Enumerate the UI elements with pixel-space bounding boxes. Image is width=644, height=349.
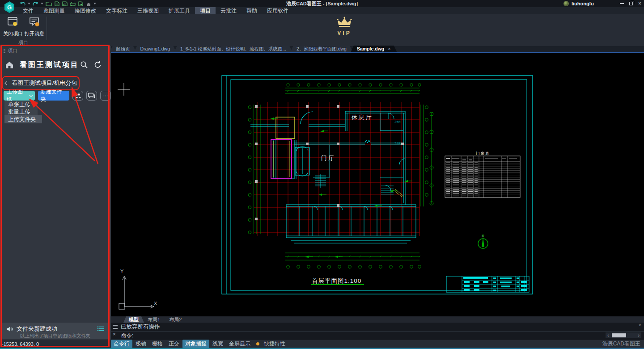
sidebar-toolbar: 上传图纸 新建文件夹 ··· — [4, 91, 111, 101]
document-area: 起始页 Drawing1.dwg 1_6-1-1 松溪站封面、设计说明、流程图、… — [111, 46, 644, 340]
menu-cloud-annotation[interactable]: 云批注 — [216, 7, 242, 14]
command-hscrollbar[interactable]: ‹ › — [606, 332, 641, 338]
toggle-ortho[interactable]: 正交 — [166, 340, 182, 348]
menu-item-batch-upload[interactable]: 批量上传 — [4, 108, 38, 115]
main-area: 项目 看图王测试项目 看图王测试项目/机电分包 上传图纸 新建文件夹 — [0, 46, 644, 340]
menu-project[interactable]: 项目 — [195, 7, 216, 14]
menu-bar: 文件 览图测量 绘图修改 文字标注 三维视图 扩展工具 项目 云批注 帮助 应用… — [0, 7, 644, 14]
toast-notification: 文件夹新建成功 以上列出了项目中的图纸和文件夹 — [2, 323, 109, 339]
list-icon[interactable] — [97, 325, 104, 333]
ribbon-group-label: 项目 — [0, 39, 47, 46]
ucs-y-label: Y — [120, 269, 124, 274]
window-controls: × — [620, 0, 641, 7]
scroll-left-icon[interactable]: ‹ — [606, 332, 611, 338]
menu-file[interactable]: 文件 — [18, 7, 38, 14]
command-menu-icon[interactable] — [113, 325, 119, 329]
close-project-label: 关闭项目 — [3, 30, 23, 37]
scrollbar-thumb[interactable] — [612, 333, 626, 337]
breadcrumb[interactable]: 看图王测试项目/机电分包 — [5, 79, 77, 87]
back-icon[interactable] — [5, 81, 9, 85]
close-icon[interactable]: × — [638, 1, 641, 6]
command-prompt[interactable]: 命令: — [121, 332, 133, 340]
brand-label: 浩辰CAD看图王 — [602, 340, 644, 348]
tab-model[interactable]: 模型 — [123, 316, 144, 323]
tab-close-icon[interactable]: × — [388, 46, 390, 52]
breadcrumb-text: 看图王测试项目/机电分包 — [12, 79, 77, 87]
project-panel: 项目 看图王测试项目 看图王测试项目/机电分包 上传图纸 新建文件夹 — [0, 46, 111, 340]
toggle-object-snap[interactable]: 对象捕捉 — [182, 340, 209, 348]
room-label-washroom-1: 卫生间 — [394, 120, 401, 123]
toggle-command-line[interactable]: 命令行 — [111, 340, 132, 348]
new-folder-button[interactable]: 新建文件夹 — [38, 91, 69, 101]
menu-view-measure[interactable]: 览图测量 — [38, 7, 70, 14]
command-line-panel[interactable]: × 已放弃所有操作 命令: ∨ ‹ › — [111, 323, 644, 340]
toggle-fullscreen[interactable]: 全屏显示 — [226, 340, 253, 348]
coordinate-readout: -15253, 64393, 0 — [0, 341, 111, 347]
message-button[interactable] — [86, 91, 97, 101]
menu-help[interactable]: 帮助 — [242, 7, 262, 14]
crosshair-cursor — [118, 83, 130, 96]
open-message-icon — [29, 16, 40, 28]
panel-title: 项目 — [8, 47, 17, 54]
room-label-rest-hall: 休息厅 — [351, 114, 373, 121]
menu-item-single-upload[interactable]: 单张上传 — [4, 101, 38, 108]
svg-text:G: G — [7, 4, 12, 11]
menu-extended-tools[interactable]: 扩展工具 — [164, 7, 195, 14]
vip-badge[interactable]: VIP — [336, 17, 352, 36]
scroll-down-icon[interactable]: ∨ — [638, 323, 641, 327]
user-name: liuhongfu — [572, 1, 594, 6]
members-button[interactable] — [72, 91, 83, 101]
plan-title: 首层平面图1:100 — [312, 278, 361, 284]
minimize-icon[interactable] — [620, 3, 624, 4]
schedule-title: 门窗表 — [476, 151, 490, 156]
menu-text-annotate[interactable]: 文字标注 — [101, 7, 132, 14]
chat-icon — [88, 93, 95, 99]
tab-sample-active[interactable]: Sample.dwg × — [351, 46, 397, 52]
tab-drawing1[interactable]: Drawing1.dwg — [134, 46, 177, 52]
upload-dropdown-menu: 单张上传 批量上传 上传文件夹 — [4, 101, 42, 123]
document-tab-bar: 起始页 Drawing1.dwg 1_6-1-1 松溪站封面、设计说明、流程图、… — [111, 46, 644, 53]
door-window-schedule — [445, 156, 520, 198]
more-button[interactable]: ··· — [100, 91, 111, 101]
command-close-icon[interactable]: × — [113, 332, 119, 337]
toggle-grid[interactable]: 栅格 — [149, 340, 165, 348]
toggle-quick-properties[interactable]: 快捷特性 — [261, 340, 288, 348]
user-chip[interactable]: liuhongfu — [564, 0, 594, 7]
highlight-rectangles — [271, 117, 404, 197]
panel-header: 项目 — [4, 47, 17, 54]
close-project-button[interactable]: 关闭项目 — [3, 16, 23, 37]
tab-songxi-station[interactable]: 1_6-1-1 松溪站封面、设计说明、流程图、系统图... — [174, 46, 292, 52]
open-message-button[interactable]: 打开消息 — [24, 16, 45, 37]
menu-item-upload-folder[interactable]: 上传文件夹 — [4, 115, 42, 123]
refresh-icon[interactable] — [93, 60, 102, 71]
title-block — [446, 276, 529, 292]
close-project-icon — [7, 16, 19, 28]
toggle-polar[interactable]: 极轴 — [133, 340, 149, 348]
user-avatar — [564, 1, 569, 6]
upload-drawing-button[interactable]: 上传图纸 — [4, 91, 35, 101]
ucs-icon — [119, 276, 154, 309]
scroll-right-icon[interactable]: › — [636, 332, 641, 338]
menu-app-software[interactable]: 应用软件 — [262, 7, 293, 14]
menu-draw-modify[interactable]: 绘图修改 — [70, 7, 101, 14]
tab-yuyang-plan[interactable]: 2、渔阳西巷平面图.dwg — [290, 46, 353, 52]
more-icon: ··· — [103, 93, 108, 98]
tab-layout1[interactable]: 布局1 — [142, 316, 165, 323]
cad-canvas[interactable]: 休息厅 门厅 卫生间 卫生间 首层平面图1:100 门窗表 北 Y X — [111, 53, 644, 316]
new-folder-label: 新建文件夹 — [41, 88, 67, 103]
tab-start-page[interactable]: 起始页 — [110, 46, 136, 52]
room-label-foyer: 门厅 — [321, 155, 335, 161]
menu-3d-view[interactable]: 三维视图 — [132, 7, 164, 14]
tab-layout2[interactable]: 布局2 — [164, 316, 187, 323]
home-icon[interactable] — [5, 61, 14, 71]
restore-icon[interactable] — [629, 2, 633, 5]
search-icon[interactable] — [80, 60, 89, 71]
panel-grip-icon[interactable] — [4, 49, 5, 53]
open-message-label: 打开消息 — [24, 30, 45, 37]
scrollbar-track[interactable] — [611, 333, 636, 337]
app-logo-icon[interactable]: G — [3, 0, 16, 16]
toggle-lineweight[interactable]: 线宽 — [210, 340, 226, 348]
tab-sample-label: Sample.dwg — [357, 46, 384, 52]
vip-label: VIP — [336, 30, 352, 36]
window-title: 浩辰CAD看图王 - [Sample.dwg] — [0, 0, 644, 7]
